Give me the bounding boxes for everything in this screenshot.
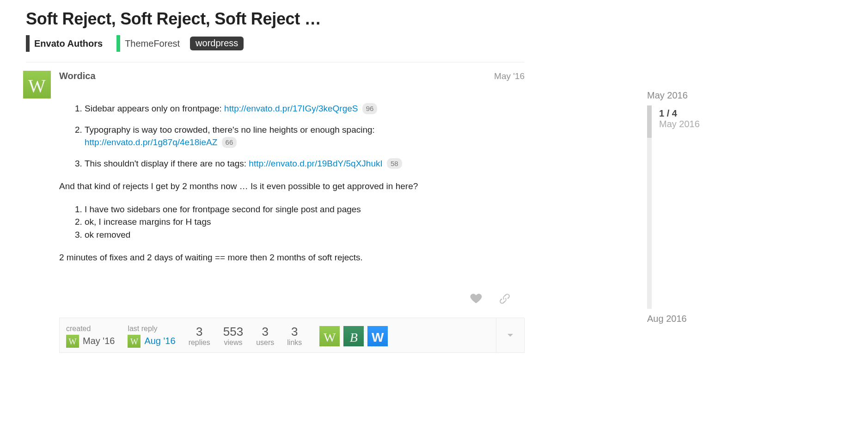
post-date[interactable]: May '16 <box>494 71 525 81</box>
like-button[interactable] <box>470 293 482 305</box>
map-last-reply[interactable]: last reply W Aug '16 <box>128 325 175 348</box>
topic-map: created W May '16 last reply W Aug '16 <box>59 318 525 353</box>
stat-label: links <box>287 338 302 347</box>
category-color-bar <box>116 35 120 52</box>
timeline-position-date: May 2016 <box>659 119 700 129</box>
link-click-badge: 96 <box>362 103 378 114</box>
content-link[interactable]: http://envato.d.pr/1g87q/4e18ieAZ <box>85 137 217 147</box>
avatar: W <box>128 335 141 348</box>
post-paragraph: And that kind of rejects I get by 2 mont… <box>59 180 525 193</box>
stat-label: users <box>256 338 274 347</box>
stat-views: 553 views <box>223 326 243 347</box>
heart-icon <box>470 293 482 305</box>
participant-avatar[interactable]: W <box>319 326 340 346</box>
chevron-down-icon <box>505 330 516 341</box>
link-click-badge: 58 <box>387 158 402 169</box>
list-item: This shouldn't display if there are no t… <box>85 157 525 170</box>
list-item: Typography is way too crowded, there's n… <box>85 123 525 149</box>
map-lastreply-date: Aug '16 <box>144 336 175 346</box>
category-secondary-label: ThemeForest <box>125 38 180 49</box>
stat-users: 3 users <box>256 326 274 347</box>
post: W Wordica May '16 Sidebar appears only o… <box>23 71 525 353</box>
timeline-scroller[interactable]: May 2016 1 / 4 May 2016 Aug 2016 <box>647 90 700 324</box>
list-item-text: Sidebar appears only on frontpage: <box>85 104 224 113</box>
timeline-start-date[interactable]: May 2016 <box>647 90 700 101</box>
post-paragraph: 2 minutes of fixes and 2 days of waiting… <box>59 251 525 264</box>
category-secondary[interactable]: ThemeForest <box>116 35 180 52</box>
topic-categories: Envato Authors ThemeForest wordpress <box>26 35 525 62</box>
share-link-button[interactable] <box>499 293 511 305</box>
list-item: I have two sidebars one for frontpage se… <box>85 203 525 216</box>
map-created-label: created <box>66 325 115 333</box>
content-link[interactable]: http://envato.d.pr/19BdY/5qXJhukI <box>249 159 382 168</box>
post-author[interactable]: Wordica <box>59 71 96 81</box>
timeline-handle[interactable] <box>647 105 652 138</box>
link-icon <box>499 293 511 305</box>
topic-title: Soft Reject, Soft Reject, Soft Reject … <box>26 9 525 29</box>
list-item: ok, I increase margins for H tags <box>85 215 525 228</box>
category-primary[interactable]: Envato Authors <box>26 35 103 52</box>
participant-avatar[interactable]: W <box>367 326 388 346</box>
map-created: created W May '16 <box>66 325 115 348</box>
stat-number: 3 <box>287 326 302 338</box>
stat-label: replies <box>189 338 210 347</box>
link-click-badge: 66 <box>222 137 237 148</box>
post-content: Sidebar appears only on frontpage: http:… <box>59 102 525 264</box>
expand-topic-map-button[interactable] <box>496 318 524 352</box>
map-created-date: May '16 <box>83 336 115 346</box>
timeline-position-labels: 1 / 4 May 2016 <box>659 105 700 309</box>
list-item: ok removed <box>85 228 525 241</box>
stat-links: 3 links <box>287 326 302 347</box>
stat-number: 553 <box>223 326 243 338</box>
timeline-track[interactable]: 1 / 4 May 2016 <box>647 105 700 309</box>
timeline-bar[interactable] <box>647 105 652 309</box>
avatar[interactable]: W <box>66 335 79 348</box>
map-lastreply-label: last reply <box>128 325 175 333</box>
stat-label: views <box>223 338 243 347</box>
category-color-bar <box>26 35 30 52</box>
list-item-text: Typography is way too crowded, there's n… <box>85 125 375 135</box>
stat-number: 3 <box>256 326 274 338</box>
post-actions <box>59 274 525 309</box>
list-item: Sidebar appears only on frontpage: http:… <box>85 102 525 115</box>
stat-number: 3 <box>189 326 210 338</box>
post-header: Wordica May '16 <box>59 71 525 81</box>
participants: W B W <box>319 326 388 346</box>
avatar[interactable]: W <box>23 71 51 98</box>
participant-avatar[interactable]: B <box>343 326 364 346</box>
topic-tag[interactable]: wordpress <box>190 37 244 50</box>
timeline-end-date[interactable]: Aug 2016 <box>647 314 700 324</box>
category-primary-label: Envato Authors <box>34 38 103 49</box>
timeline-position: 1 / 4 <box>659 105 700 119</box>
content-link[interactable]: http://envato.d.pr/17IGy/3keQrgeS <box>224 104 358 113</box>
list-item-text: This shouldn't display if there are no t… <box>85 159 249 168</box>
stat-replies: 3 replies <box>189 326 210 347</box>
